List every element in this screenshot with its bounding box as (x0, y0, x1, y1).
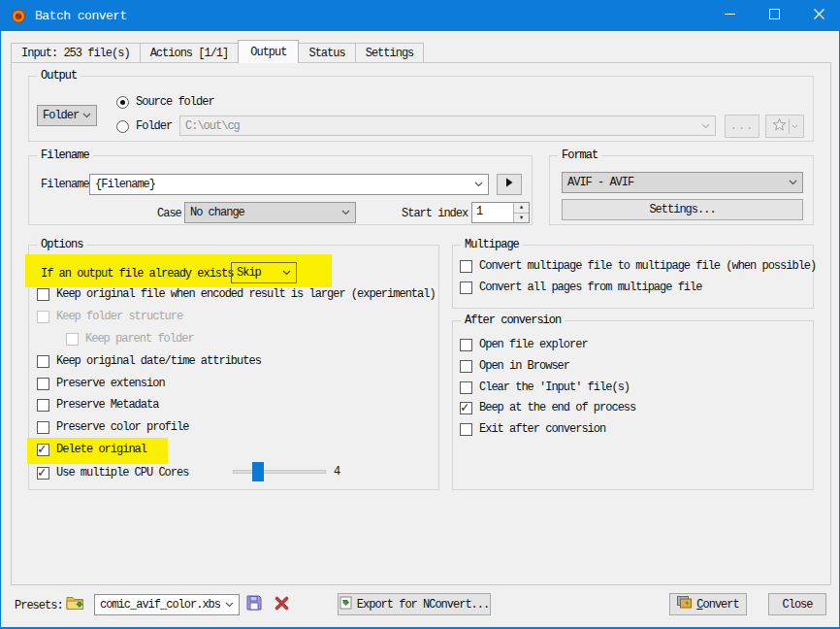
checkbox-icon[interactable] (460, 260, 472, 273)
checkbox-icon[interactable] (37, 399, 49, 412)
multipage-group: Multipage Convert multipage file to mult… (452, 245, 814, 309)
convert-image-icon (677, 596, 693, 612)
tab-output[interactable]: Output (238, 40, 299, 63)
checkbox-open-file-explorer[interactable]: Open file explorer (460, 336, 588, 353)
checkbox-preserve-metadata[interactable]: Preserve Metadata (37, 396, 158, 414)
window-title: Batch convert (35, 9, 127, 23)
filename-pattern-combo[interactable]: {Filename} (89, 174, 489, 195)
presets-label: Presets: (15, 599, 63, 612)
checkbox-icon[interactable] (460, 281, 472, 294)
checkbox-clear-input-files[interactable]: Clear the 'Input' file(s) (460, 379, 630, 396)
open-preset-folder-button[interactable] (63, 594, 86, 615)
checkbox-icon[interactable] (66, 333, 79, 346)
delete-preset-button[interactable] (271, 595, 292, 614)
spin-up-icon[interactable]: ▲ (514, 203, 529, 214)
format-group-title: Format (558, 149, 601, 162)
output-group: Output Folder Source folder Folder C:\ou… (28, 76, 814, 142)
checkbox-icon[interactable] (37, 288, 49, 301)
checkbox-convert-all-pages[interactable]: Convert all pages from multipage file (460, 279, 701, 296)
checkbox-icon[interactable] (37, 311, 49, 323)
tab-bar: Input: 253 file(s) Actions [1/1] Output … (11, 39, 423, 62)
checkbox-keep-parent-folder[interactable]: Keep parent folder (66, 330, 194, 348)
checkbox-icon[interactable] (37, 378, 49, 390)
maximize-button[interactable] (752, 0, 796, 31)
format-group: Format AVIF - AVIF Settings... (549, 155, 814, 225)
after-conversion-group: After conversion Open file explorer Open… (452, 320, 814, 490)
play-icon (505, 178, 513, 191)
checkbox-preserve-color-profile[interactable]: Preserve color profile (37, 418, 188, 436)
checkbox-preserve-extension[interactable]: Preserve extension (37, 375, 165, 392)
checkbox-icon[interactable] (460, 402, 472, 414)
format-combo[interactable]: AVIF - AVIF (562, 172, 803, 193)
cpu-cores-value: 4 (334, 465, 339, 479)
cpu-cores-slider[interactable] (233, 470, 326, 474)
close-button[interactable] (796, 0, 840, 31)
spin-down-icon[interactable]: ▼ (514, 214, 529, 223)
pattern-menu-button[interactable] (497, 174, 522, 195)
filename-label: Filename (41, 178, 89, 191)
checkbox-icon[interactable] (460, 360, 472, 373)
radio-icon[interactable] (116, 96, 129, 109)
checkbox-open-in-browser[interactable]: Open in Browser (460, 357, 569, 375)
exists-action-combo[interactable]: Skip (231, 262, 297, 283)
tab-status[interactable]: Status (298, 43, 355, 62)
chevron-down-icon (82, 113, 91, 118)
destination-type-combo[interactable]: Folder (37, 105, 97, 126)
convert-button[interactable]: Convert (669, 593, 747, 615)
checkbox-keep-datetime[interactable]: Keep original date/time attributes (37, 352, 261, 370)
spinner-buttons: ▲ ▼ (513, 203, 529, 222)
chevron-down-icon (474, 182, 483, 187)
tab-actions[interactable]: Actions [1/1] (140, 43, 240, 62)
export-icon (339, 596, 353, 613)
checkbox-icon[interactable] (460, 381, 472, 394)
tab-settings[interactable]: Settings (355, 43, 425, 62)
chevron-down-icon (282, 270, 291, 276)
close-icon (814, 9, 824, 23)
preset-combo[interactable]: comic_avif_color.xbs (94, 594, 240, 615)
options-group-title: Options (37, 238, 86, 251)
output-folder-path-field[interactable]: C:\out\cg (179, 116, 716, 136)
split-divider (789, 118, 790, 134)
checkbox-multiple-cpu-cores[interactable]: Use multiple CPU Cores (37, 464, 188, 481)
save-preset-button[interactable] (243, 595, 265, 614)
checkbox-delete-original[interactable]: Delete original (37, 441, 146, 458)
folder-radio[interactable]: Folder (116, 117, 172, 135)
filename-group: Filename Filename {Filename} Case No cha… (28, 155, 533, 225)
checkbox-icon[interactable] (37, 444, 49, 456)
checkbox-keep-original-larger[interactable]: Keep original file when encoded result i… (37, 285, 436, 303)
slider-handle[interactable] (252, 462, 264, 481)
source-folder-radio[interactable]: Source folder (116, 93, 214, 111)
checkbox-icon[interactable] (37, 421, 49, 434)
chevron-down-icon (792, 119, 798, 133)
filename-group-title: Filename (37, 149, 93, 162)
checkbox-exit-after-conversion[interactable]: Exit after conversion (460, 420, 605, 438)
exists-label: If an output file already exists (41, 267, 233, 281)
xnview-app-icon (10, 7, 27, 24)
titlebar: Batch convert (1, 0, 840, 31)
checkbox-beep-end-process[interactable]: Beep at the end of process (460, 399, 635, 416)
batch-convert-window: Batch convert Input: 253 file(s) Actions… (0, 0, 840, 629)
start-index-stepper[interactable]: 1 ▲ ▼ (471, 202, 530, 223)
format-settings-button[interactable]: Settings... (562, 199, 803, 220)
case-combo[interactable]: No change (184, 202, 356, 223)
checkbox-icon[interactable] (37, 467, 49, 480)
tab-input[interactable]: Input: 253 file(s) (11, 43, 141, 62)
chevron-down-icon (341, 210, 350, 215)
chevron-down-icon (789, 180, 797, 185)
checkbox-icon[interactable] (460, 423, 472, 436)
maximize-icon (769, 9, 780, 23)
browse-folder-button[interactable]: ... (725, 115, 759, 138)
export-nconvert-button[interactable]: Export for NConvert... (338, 593, 491, 615)
checkbox-multipage-to-multipage[interactable]: Convert multipage file to multipage file… (460, 257, 816, 275)
folder-import-icon (66, 595, 84, 614)
start-index-label: Start index (402, 207, 468, 220)
checkbox-keep-folder-structure[interactable]: Keep folder structure (37, 308, 182, 325)
delete-x-icon (275, 596, 289, 614)
close-dialog-button[interactable]: Close (768, 593, 826, 615)
minimize-icon (725, 9, 735, 23)
checkbox-icon[interactable] (37, 355, 49, 368)
radio-icon[interactable] (116, 120, 129, 133)
favorite-folder-button[interactable] (765, 115, 804, 138)
checkbox-icon[interactable] (460, 339, 472, 351)
minimize-button[interactable] (707, 0, 752, 31)
